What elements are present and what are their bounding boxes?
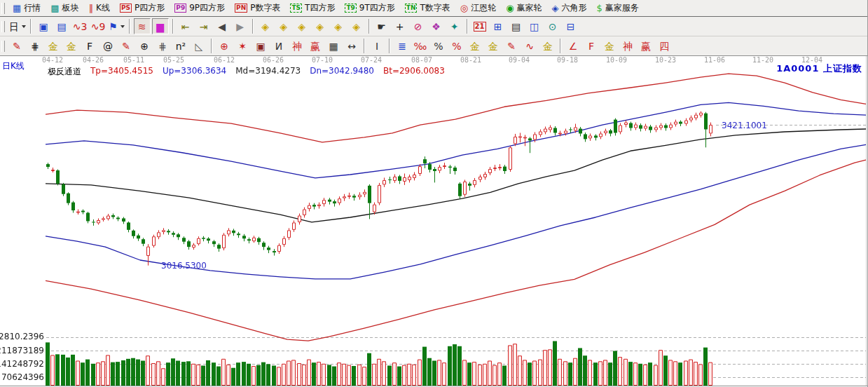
menu-p-table-item[interactable]: PNP数字表 [230,0,285,16]
toolbar-separator [560,39,561,53]
menu-kline-item[interactable]: ∥K线 [84,0,115,16]
wave-band-icon[interactable]: ∿ [521,38,538,54]
span-measure-icon[interactable]: ↔ [343,38,360,54]
menu-item-label: T四方形 [305,2,335,14]
flag-pen-icon[interactable]: ✎ [503,38,520,54]
calculator-icon[interactable]: ⊞ [490,18,507,34]
info-f10-icon-glyph: ▤ [57,22,66,32]
kline-chart-canvas[interactable] [0,56,868,387]
goto-last-icon[interactable]: ⇥ [195,18,212,34]
set-square-icon[interactable]: ◺ [191,38,207,54]
goto-first-icon[interactable]: ⇤ [177,18,194,34]
menu-winner-wheel-item[interactable]: ◉赢家轮 [501,0,546,16]
indicator-value: Bt=2906.0083 [383,66,445,78]
fib-fan-icon[interactable]: F [583,38,600,54]
flag-marker-icon[interactable]: ⚑ [108,18,125,34]
menu-9t-square-icon: T9 [345,4,356,13]
ying-grid-icon[interactable]: 赢 [307,38,324,54]
period-day-select[interactable]: 日 [8,18,27,34]
gold-grid-a-icon[interactable]: 金 [45,38,62,54]
fib-grid-icon[interactable]: F [81,38,98,54]
diamond-vcompress-icon[interactable]: ◈ [330,18,347,34]
four-fan-icon[interactable]: 四 [656,38,673,54]
gold-level-icon-glyph: 金 [488,41,498,51]
profile-bars-icon-glyph: ▆ [156,22,164,32]
calendar-icon[interactable]: 21 [471,18,488,34]
crosshair-icon[interactable]: + [392,18,408,34]
n-square-icon[interactable]: n² [172,38,189,54]
count-grid-icon[interactable]: ▦ [325,38,342,54]
menu-p-square-item[interactable]: PSP四方形 [115,0,170,16]
gold-circle-icon[interactable]: 金 [467,38,483,54]
n-wave-icon[interactable]: И [270,38,287,54]
brush-icon[interactable]: ✎ [8,38,25,54]
brain-map-icon[interactable]: ✦ [446,18,463,34]
symbol-name: 上证指数 [823,63,862,74]
gold-fan-icon[interactable]: 金 [601,38,618,54]
price-levels-icon[interactable]: ≣ [394,38,411,54]
panel-period-label: 日K线 [2,60,25,72]
menu-hexagon-item[interactable]: ◈六角形 [546,0,591,16]
print-icon[interactable]: ⊟ [563,18,579,34]
toolbar-separator [368,19,370,34]
measure-zoom-icon[interactable]: ⊘ [410,18,427,34]
toolbar-drawing-grip[interactable] [1,41,5,52]
notes-icon[interactable]: ▤ [508,18,525,34]
spiral-icon[interactable]: @ [99,38,116,54]
menu-9p-square-item[interactable]: P99P四方形 [170,0,230,16]
indicator-window-icon[interactable]: ▣ [35,18,52,34]
gold-grid-b-icon[interactable]: 金 [63,38,80,54]
menu-gann-wheel-item[interactable]: ◎江恩轮 [455,0,501,16]
angle-line-icon[interactable]: ∠ [565,38,581,54]
info-f10-icon[interactable]: ▤ [53,18,70,34]
percent-zone-icon[interactable]: ‰ [412,38,429,54]
fib-grid-icon-glyph: F [87,41,92,51]
shen-grid-icon[interactable]: 神 [289,38,305,54]
gann-grid-icon[interactable]: ⋕ [27,38,43,54]
save-history-icon[interactable]: ⊙ [544,18,561,34]
menu-9t-square-item[interactable]: T99T四方形 [340,0,399,16]
save-icon[interactable]: ◫ [526,18,543,34]
time-grid-icon[interactable]: ⋕ [154,38,171,54]
ray-burst-icon[interactable]: ✶ [234,38,251,54]
hand-drag-icon[interactable]: ☛ [373,18,390,34]
menu-item-label: 六角形 [561,2,586,14]
diamond-hexpand-icon[interactable]: ◈ [312,18,329,34]
gold-band-icon[interactable]: 金 [539,38,556,54]
target-circle-icon[interactable]: ⊕ [216,38,233,54]
menu-winner-service-item[interactable]: $赢家服务 [591,0,643,16]
wave-9-icon[interactable]: ∿9 [90,18,106,34]
channel-mask-icon[interactable]: ≋ [134,18,151,34]
square-spiral-icon[interactable]: ▣ [252,38,269,54]
menu-t-square-item[interactable]: TST四方形 [285,0,340,16]
wave-3-icon[interactable]: ∿3 [71,18,88,34]
pencil-icon[interactable]: ✎ [118,38,135,54]
percent-icon[interactable]: % [430,38,447,54]
diamond-right-icon[interactable]: ◈ [275,18,292,34]
profile-bars-icon[interactable]: ▆ [152,18,169,34]
gold-level-icon[interactable]: 金 [485,38,502,54]
menu-t-table-item[interactable]: TNT数字表 [400,0,455,16]
step-forward-icon[interactable]: ▶ [232,18,249,34]
step-back-icon[interactable]: ◀ [214,18,230,34]
diamond-expand-icon[interactable]: ◈ [348,18,365,34]
ying-fan-icon[interactable]: 赢 [638,38,654,54]
menu-item-label: T数字表 [420,2,450,14]
percent-line-icon[interactable]: % [448,38,465,54]
mask-tool-icon[interactable]: ❖ [428,18,445,34]
indicator-name[interactable]: 极反通道 [48,66,81,78]
menu-grip[interactable] [1,3,5,14]
shen-fan-icon[interactable]: 神 [619,38,636,54]
save-icon-glyph: ◫ [530,22,539,32]
menu-quotes-item[interactable]: ▦行情 [8,0,46,16]
toolbar-main: 日▣▤∿3∿9⚑≋▆⇤⇥◀▶◈◈◈◈◈◈☛+⊘❖✦21⊞▤◫⊙⊟ [0,17,867,36]
diamond-hcompress-icon[interactable]: ◈ [294,18,310,34]
gann-circle-icon[interactable]: ⊕ [136,38,153,54]
menu-sectors-item[interactable]: ▩板块 [46,0,83,16]
toolbar-main-grip[interactable] [1,21,5,32]
percent-line-icon-glyph: % [452,41,461,51]
calendar-icon-glyph: 21 [474,22,486,32]
text-cursor-icon[interactable]: I [368,38,385,54]
period-day-select-glyph: 日 [9,22,19,32]
diamond-left-icon[interactable]: ◈ [257,18,274,34]
